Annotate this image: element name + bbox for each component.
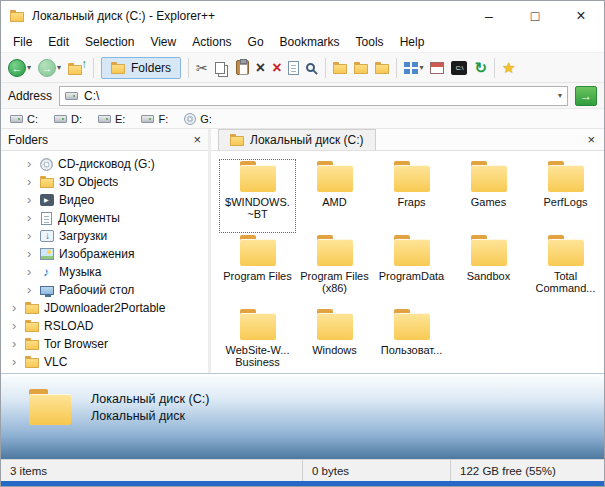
drive-button-d[interactable]: D: <box>54 113 82 125</box>
folder-icon <box>469 235 509 267</box>
delete-permanently-icon[interactable] <box>272 61 281 75</box>
title-bar: Локальный диск (C:) - Explorer++ – □ × <box>1 1 604 31</box>
file-item[interactable]: Program Files (x86) <box>296 233 373 307</box>
tree-item-downloads[interactable]: Загрузки <box>1 227 208 245</box>
drive-icon <box>98 115 111 123</box>
menu-help[interactable]: Help <box>392 32 433 52</box>
tree-item-music[interactable]: Музыка <box>1 263 208 281</box>
file-item[interactable]: Program Files <box>219 233 296 307</box>
toolbar-separator <box>325 58 326 78</box>
tree-item-videos[interactable]: Видео <box>1 191 208 209</box>
file-name: Пользоват... <box>381 344 443 356</box>
folder-icon <box>40 176 54 188</box>
refresh-icon[interactable] <box>474 61 487 75</box>
drive-bar: C: D: E: F: G: <box>1 109 604 129</box>
tree-item-label: CD-дисковод (G:) <box>58 157 155 171</box>
close-button[interactable]: × <box>558 1 604 31</box>
chevron-right-icon[interactable] <box>27 284 35 296</box>
chevron-right-icon[interactable] <box>27 230 35 242</box>
copy-icon[interactable] <box>215 62 225 74</box>
chevron-down-icon[interactable] <box>419 63 423 72</box>
tree-item-3d-objects[interactable]: 3D Objects <box>1 173 208 191</box>
file-item[interactable]: $WINDOWS.~BT <box>219 159 296 233</box>
address-input[interactable]: C:\ <box>59 86 568 106</box>
copy-to-folder-icon[interactable] <box>354 62 368 74</box>
chevron-right-icon[interactable] <box>12 302 20 314</box>
file-item[interactable]: Windows <box>296 307 373 373</box>
chevron-down-icon[interactable] <box>558 91 562 100</box>
command-prompt-icon[interactable] <box>451 61 467 75</box>
move-to-folder-icon[interactable] <box>375 62 389 74</box>
tree-item-desktop[interactable]: Рабочий стол <box>1 281 208 299</box>
cut-icon[interactable] <box>196 61 208 75</box>
drive-button-f[interactable]: F: <box>141 113 168 125</box>
file-item[interactable]: Fraps <box>373 159 450 233</box>
up-button[interactable] <box>68 60 86 76</box>
menu-actions[interactable]: Actions <box>184 32 239 52</box>
file-item[interactable]: PerfLogs <box>527 159 604 233</box>
chevron-right-icon[interactable] <box>12 356 20 368</box>
delete-icon[interactable] <box>256 61 265 75</box>
folders-toggle-button[interactable]: Folders <box>101 57 181 79</box>
drive-button-c[interactable]: C: <box>10 113 38 125</box>
drive-button-g[interactable]: G: <box>184 113 212 125</box>
menu-file[interactable]: File <box>5 32 40 52</box>
add-bookmark-icon[interactable] <box>502 61 515 75</box>
go-button[interactable] <box>575 86 597 106</box>
tree-item-cd-drive[interactable]: CD-дисковод (G:) <box>1 155 208 173</box>
file-item[interactable]: ProgramData <box>373 233 450 307</box>
menu-go[interactable]: Go <box>240 32 272 52</box>
tree-item-label: VLC <box>44 355 67 369</box>
chevron-down-icon[interactable] <box>27 63 31 72</box>
tree-item-tor-browser[interactable]: Tor Browser <box>1 335 208 353</box>
menu-view[interactable]: View <box>142 32 184 52</box>
info-panel: Локальный диск (C:) Локальный диск <box>1 373 604 459</box>
window-title: Локальный диск (C:) - Explorer++ <box>32 9 215 23</box>
file-item[interactable]: Games <box>450 159 527 233</box>
file-name: Windows <box>312 344 357 356</box>
tree-item-rsload[interactable]: RSLOAD <box>1 317 208 335</box>
menu-edit[interactable]: Edit <box>40 32 77 52</box>
tree-item-pictures[interactable]: Изображения <box>1 245 208 263</box>
file-item[interactable]: Пользоват... <box>373 307 450 373</box>
tree-item-documents[interactable]: Документы <box>1 209 208 227</box>
file-item[interactable]: Sandbox <box>450 233 527 307</box>
views-button[interactable] <box>404 62 423 74</box>
chevron-right-icon[interactable] <box>27 248 35 260</box>
chevron-right-icon[interactable] <box>27 158 35 170</box>
chevron-right-icon[interactable] <box>27 176 35 188</box>
search-icon[interactable] <box>306 63 315 72</box>
new-tab-icon[interactable] <box>430 62 444 74</box>
tree-item-jdownloader[interactable]: JDownloader2Portable <box>1 299 208 317</box>
properties-icon[interactable] <box>288 61 299 75</box>
status-bar: 3 items 0 bytes 122 GB free (55%) <box>1 459 604 481</box>
new-folder-icon[interactable] <box>333 62 347 74</box>
file-item[interactable]: WebSite-W... Business <box>219 307 296 373</box>
forward-button[interactable] <box>38 59 61 77</box>
drive-button-e[interactable]: E: <box>98 113 125 125</box>
chevron-right-icon[interactable] <box>27 266 35 278</box>
folder-icon <box>25 302 39 314</box>
file-item[interactable]: Total Command... <box>527 233 604 307</box>
tab-local-disk-c[interactable]: Локальный диск (C:) <box>218 129 376 150</box>
back-button[interactable] <box>8 59 31 77</box>
paste-icon[interactable] <box>236 60 249 75</box>
file-item[interactable]: AMD <box>296 159 373 233</box>
chevron-down-icon[interactable] <box>57 63 61 72</box>
status-free-space: 122 GB free (55%) <box>451 460 604 481</box>
menu-selection[interactable]: Selection <box>77 32 142 52</box>
chevron-right-icon[interactable] <box>27 212 35 224</box>
minimize-button[interactable]: – <box>466 1 512 31</box>
chevron-right-icon[interactable] <box>12 338 20 350</box>
tab-bar: Локальный диск (C:) <box>211 129 604 151</box>
folder-icon <box>392 161 432 193</box>
tree-item-vlc[interactable]: VLC <box>1 353 208 371</box>
chevron-right-icon[interactable] <box>12 320 20 332</box>
close-folders-pane-icon[interactable] <box>193 134 201 146</box>
folder-icon <box>230 134 244 146</box>
menu-tools[interactable]: Tools <box>348 32 392 52</box>
menu-bookmarks[interactable]: Bookmarks <box>272 32 348 52</box>
close-tab-icon[interactable] <box>587 134 604 146</box>
maximize-button[interactable]: □ <box>512 1 558 31</box>
chevron-right-icon[interactable] <box>27 194 35 206</box>
